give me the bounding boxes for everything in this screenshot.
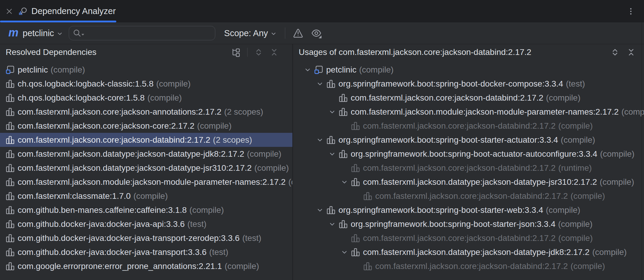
tree-row[interactable]: petclinic(compile)	[0, 63, 292, 77]
tree-row[interactable]: com.google.errorprone:error_prone_annota…	[0, 259, 292, 273]
tree-row[interactable]: com.fasterxml.jackson.datatype:jackson-d…	[293, 175, 644, 189]
chevron-down-icon[interactable]	[338, 178, 351, 186]
tree-row[interactable]: org.springframework.boot:spring-boot-sta…	[293, 203, 644, 217]
tree-indent	[301, 98, 325, 98]
eye-icon[interactable]	[311, 28, 322, 39]
warning-triangle-icon[interactable]	[293, 28, 303, 38]
dependency-name: org.springframework.boot:spring-boot-sta…	[351, 219, 556, 229]
tree-row[interactable]: org.springframework.boot:spring-boot-doc…	[293, 77, 644, 91]
tree-row[interactable]: org.springframework.boot:spring-boot-sta…	[293, 133, 644, 147]
dependency-name: com.fasterxml.jackson.core:jackson-datab…	[363, 233, 556, 243]
tree-row[interactable]: com.fasterxml.jackson.datatype:jackson-d…	[0, 147, 292, 161]
tree-row[interactable]: com.github.ben-manes.caffeine:caffeine:3…	[0, 203, 292, 217]
chevron-down-icon[interactable]	[313, 136, 326, 144]
scope-selector[interactable]: Scope: Any	[224, 28, 277, 38]
dependency-scope: (compile)	[225, 261, 259, 271]
toolbar-separator	[285, 27, 285, 39]
tree-row[interactable]: com.fasterxml.jackson.datatype:jackson-d…	[0, 161, 292, 175]
chevron-down-icon[interactable]	[325, 150, 339, 158]
tree-row[interactable]: com.fasterxml.jackson.core:jackson-datab…	[293, 231, 644, 245]
library-icon	[6, 206, 15, 215]
tree-indent	[301, 210, 313, 210]
dependency-scope: (compile)	[133, 191, 168, 201]
scope-label: Scope: Any	[224, 28, 268, 38]
tree-row[interactable]: com.github.docker-java:docker-java-api:3…	[0, 217, 292, 231]
tree-row[interactable]: com.fasterxml.jackson.core:jackson-datab…	[293, 119, 644, 133]
tree-row[interactable]: com.fasterxml.jackson.core:jackson-core:…	[0, 119, 292, 133]
library-icon	[351, 234, 360, 243]
tree-row[interactable]: com.fasterxml.jackson.core:jackson-datab…	[293, 91, 644, 105]
chevron-down-icon	[56, 30, 63, 37]
panel-title: Resolved Dependencies	[6, 47, 97, 57]
dependency-name: org.springframework.boot:spring-boot-sta…	[338, 135, 558, 145]
project-selector[interactable]: m petclinic	[8, 27, 63, 39]
tree-row[interactable]: com.fasterxml.jackson.core:jackson-datab…	[293, 259, 644, 273]
close-icon[interactable]	[5, 7, 13, 15]
expand-all-icon[interactable]	[254, 48, 263, 57]
dependency-scope: (2 scopes)	[213, 135, 252, 145]
dependency-scope: (test)	[187, 219, 207, 229]
dependency-name: com.fasterxml.jackson.module:jackson-mod…	[18, 177, 286, 187]
kebab-menu-icon[interactable]	[627, 7, 635, 16]
library-icon	[351, 121, 360, 130]
dependency-name: com.fasterxml.jackson.core:jackson-datab…	[375, 191, 568, 201]
chevron-down-icon[interactable]	[313, 206, 326, 214]
tree-indent	[301, 224, 325, 224]
tree-row[interactable]: com.fasterxml:classmate:1.7.0(compile)	[0, 189, 292, 203]
dependency-name: ch.qos.logback:logback-classic:1.5.8	[18, 79, 153, 89]
tree-row[interactable]: com.fasterxml.jackson.module:jackson-mod…	[293, 105, 644, 119]
tree-row[interactable]: org.springframework.boot:spring-boot-sta…	[293, 217, 644, 231]
search-input[interactable]	[86, 28, 211, 38]
dependency-scope: (compile)	[288, 177, 292, 187]
dependency-name: ch.qos.logback:logback-core:1.5.8	[18, 93, 145, 103]
tree-row[interactable]: ch.qos.logback:logback-classic:1.5.8(com…	[0, 77, 292, 91]
dependency-name: com.fasterxml.jackson.core:jackson-annot…	[18, 107, 222, 117]
chevron-down-icon[interactable]	[325, 108, 339, 116]
library-icon	[363, 262, 372, 271]
library-icon	[351, 248, 360, 257]
tree-row[interactable]: org.springframework.boot:spring-boot-act…	[293, 147, 644, 161]
resolved-dependencies-tree: petclinic(compile)ch.qos.logback:logback…	[0, 60, 292, 273]
tree-row[interactable]: com.fasterxml.jackson.datatype:jackson-d…	[293, 245, 644, 259]
dependency-name: com.fasterxml.jackson.datatype:jackson-d…	[18, 149, 244, 159]
dependency-scope: (test)	[209, 247, 228, 257]
chevron-down-icon[interactable]	[338, 248, 351, 256]
tree-row[interactable]: com.fasterxml.jackson.module:jackson-mod…	[0, 175, 292, 189]
library-icon	[351, 164, 360, 173]
dependency-name: com.fasterxml.jackson.core:jackson-datab…	[363, 163, 556, 173]
tree-row[interactable]: com.github.docker-java:docker-java-trans…	[0, 231, 292, 245]
dependency-scope: (compile)	[254, 163, 289, 173]
library-icon	[6, 79, 15, 88]
collapse-all-icon[interactable]	[270, 48, 279, 57]
tree-row[interactable]: com.fasterxml.jackson.core:jackson-datab…	[293, 189, 644, 203]
chevron-down-icon[interactable]	[313, 80, 326, 88]
dependency-analyzer-icon	[19, 7, 28, 16]
tab-dependency-analyzer[interactable]: Dependency Analyzer	[19, 0, 116, 22]
dependency-name: com.fasterxml.jackson.datatype:jackson-d…	[18, 163, 252, 173]
expand-all-icon[interactable]	[611, 48, 619, 57]
library-icon	[326, 206, 335, 215]
dependency-scope: (compile)	[558, 219, 593, 229]
chevron-down-icon[interactable]	[301, 66, 314, 74]
dependency-analyzer-window: Dependency Analyzer m petclinic Scope: A…	[0, 0, 644, 280]
tree-row[interactable]: ch.qos.logback:logback-core:1.5.8(compil…	[0, 91, 292, 105]
search-box[interactable]	[69, 26, 215, 40]
library-icon	[6, 164, 15, 173]
dependency-scope: (compile)	[570, 261, 605, 271]
usages-header: Usages of com.fasterxml.jackson.core:jac…	[293, 44, 644, 60]
tree-row[interactable]: com.fasterxml.jackson.core:jackson-annot…	[0, 105, 292, 119]
tree-row[interactable]: com.fasterxml.jackson.core:jackson-datab…	[0, 133, 292, 147]
tree-row[interactable]: petclinic(compile)	[293, 63, 644, 77]
chevron-down-icon[interactable]	[325, 220, 339, 228]
tree-row[interactable]: com.fasterxml.jackson.core:jackson-datab…	[293, 161, 644, 175]
dependency-scope: (compile)	[592, 247, 627, 257]
window-header: Dependency Analyzer	[0, 0, 644, 22]
show-as-tree-icon[interactable]	[231, 47, 241, 57]
tree-indent	[301, 112, 325, 112]
tree-row[interactable]: com.github.docker-java:docker-java-trans…	[0, 245, 292, 259]
tree-indent	[301, 140, 313, 140]
resolved-dependencies-header: Resolved Dependencies	[0, 44, 292, 60]
dependency-name: com.fasterxml.jackson.core:jackson-datab…	[375, 261, 568, 271]
dependency-name: com.github.docker-java:docker-java-trans…	[18, 247, 207, 257]
collapse-all-icon[interactable]	[627, 48, 636, 57]
